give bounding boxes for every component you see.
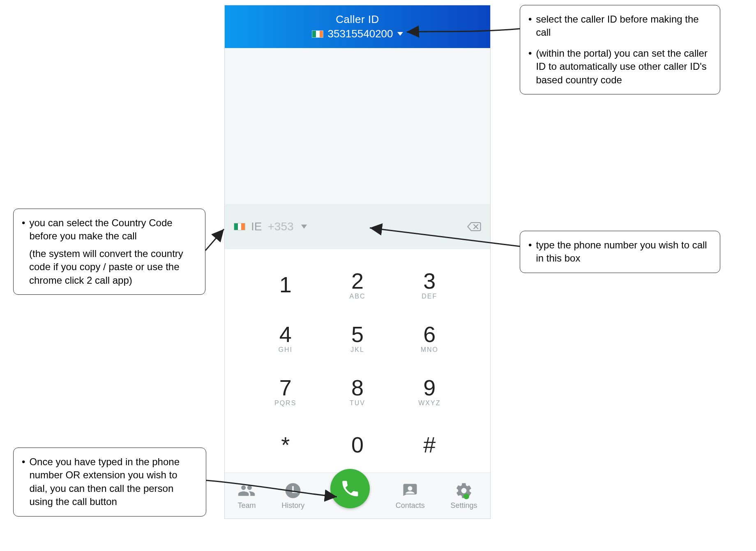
nav-label: Contacts (396, 501, 425, 510)
chevron-down-icon[interactable] (301, 225, 307, 229)
caller-id-title: Caller ID (336, 13, 379, 26)
number-input-row: IE +353 (225, 204, 490, 249)
key-1[interactable]: 1 (279, 272, 292, 296)
caller-id-header[interactable]: Caller ID 35315540200 (225, 5, 490, 48)
key-9[interactable]: 9WXYZ (418, 375, 440, 407)
chevron-down-icon (397, 32, 403, 36)
dial-code[interactable]: +353 (267, 220, 293, 233)
phone-icon (340, 478, 360, 499)
key-0[interactable]: 0 (351, 432, 364, 457)
bottom-nav: Team History Contacts Settings (225, 473, 490, 519)
key-6[interactable]: 6MNO (421, 321, 438, 354)
nav-label: Settings (451, 501, 477, 510)
status-dot-icon (463, 494, 469, 499)
country-code-label[interactable]: IE (251, 220, 262, 233)
key-5[interactable]: 5JKL (350, 321, 364, 354)
caller-id-number: 35315540200 (327, 28, 393, 40)
contacts-icon (401, 482, 419, 500)
backspace-icon[interactable] (467, 222, 481, 232)
key-7[interactable]: 7PQRS (274, 375, 296, 407)
dialer-app: Caller ID 35315540200 IE +353 1 2ABC 3DE… (224, 5, 491, 519)
call-button[interactable] (330, 469, 370, 508)
team-icon (237, 482, 256, 500)
ireland-flag-icon (312, 30, 323, 38)
key-hash[interactable]: # (423, 432, 436, 457)
nav-contacts[interactable]: Contacts (396, 482, 425, 510)
key-3[interactable]: 3DEF (422, 268, 437, 300)
nav-label: History (281, 501, 304, 510)
annotation-number-input: type the phone number you wish to call i… (520, 231, 720, 273)
nav-label: Team (237, 501, 256, 510)
annotation-caller-id: select the caller ID before making the c… (520, 5, 720, 94)
nav-settings[interactable]: Settings (451, 482, 477, 510)
key-star[interactable]: * (281, 432, 290, 457)
nav-team[interactable]: Team (237, 482, 256, 510)
ireland-flag-icon (234, 223, 245, 230)
annotation-call-button: Once you have typed in the phone number … (13, 448, 206, 517)
annotation-country-code: you can select the Country Code before y… (13, 209, 205, 295)
recent-area (225, 48, 490, 204)
history-icon (284, 482, 302, 500)
key-8[interactable]: 8TUV (350, 375, 365, 407)
caller-id-selector[interactable]: 35315540200 (312, 28, 403, 40)
dial-keypad: 1 2ABC 3DEF 4GHI 5JKL 6MNO 7PQRS 8TUV 9W… (225, 249, 490, 473)
nav-history[interactable]: History (281, 482, 304, 510)
key-2[interactable]: 2ABC (350, 268, 366, 300)
key-4[interactable]: 4GHI (278, 321, 292, 354)
